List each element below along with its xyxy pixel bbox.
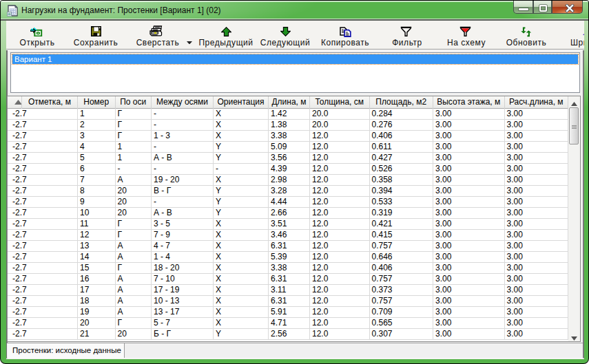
svg-text:A: A <box>583 25 584 36</box>
